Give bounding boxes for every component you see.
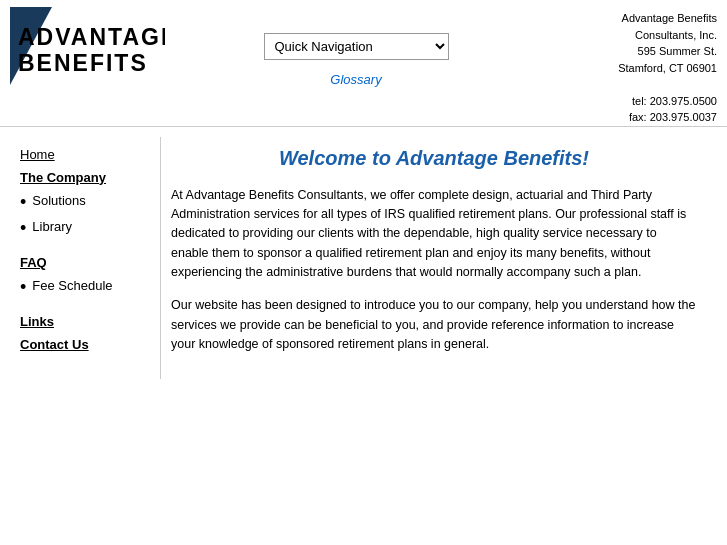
- bullet-icon-library: •: [20, 219, 26, 237]
- sidebar-item-library[interactable]: Library: [32, 219, 72, 234]
- sidebar-group-solutions: • Solutions: [20, 193, 145, 211]
- company-city-state: Stamford, CT 06901: [618, 62, 717, 74]
- company-name-line1: Advantage Benefits: [622, 12, 717, 24]
- welcome-heading: Welcome to Advantage Benefits!: [171, 147, 697, 170]
- sidebar-bullet-solutions: • Solutions: [20, 193, 145, 211]
- logo-line1-text: ADVANTAGE: [18, 24, 165, 50]
- sidebar-group-links: Links: [20, 314, 145, 329]
- sidebar-bullet-library: • Library: [20, 219, 145, 237]
- main-container: Home The Company • Solutions • Library F…: [0, 127, 727, 389]
- logo-area: ADVANTAGE BENEFITS: [10, 8, 180, 83]
- tel-label: tel:: [632, 95, 647, 107]
- quick-nav-dropdown[interactable]: Quick Navigation Home The Company Soluti…: [264, 33, 449, 60]
- tel-number: 203.975.0500: [650, 95, 717, 107]
- content-paragraph-1: At Advantage Benefits Consultants, we of…: [171, 186, 697, 283]
- sidebar-group-library: • Library: [20, 219, 145, 237]
- sidebar-item-home[interactable]: Home: [20, 147, 145, 162]
- sidebar-group-contact: Contact Us: [20, 337, 145, 352]
- sidebar-item-fee-schedule[interactable]: Fee Schedule: [32, 278, 112, 293]
- sidebar-spacer-2: [20, 304, 145, 314]
- sidebar-item-solutions[interactable]: Solutions: [32, 193, 85, 208]
- bullet-icon-fee: •: [20, 278, 26, 296]
- sidebar-item-the-company[interactable]: The Company: [20, 170, 145, 185]
- logo-svg: ADVANTAGE BENEFITS: [10, 7, 165, 85]
- fax-number: 203.975.0037: [650, 111, 717, 123]
- company-name-line2: Consultants, Inc.: [635, 29, 717, 41]
- glossary-link[interactable]: Glossary: [330, 72, 381, 87]
- sidebar-group-home: Home: [20, 147, 145, 162]
- content-paragraph-2: Our website has been designed to introdu…: [171, 296, 697, 354]
- sidebar-bullet-fee: • Fee Schedule: [20, 278, 145, 296]
- fax-label: fax:: [629, 111, 647, 123]
- logo-line2-text: BENEFITS: [18, 50, 148, 76]
- nav-center: Quick Navigation Home The Company Soluti…: [180, 8, 532, 87]
- sidebar-spacer-1: [20, 245, 145, 255]
- company-info: Advantage Benefits Consultants, Inc. 595…: [532, 8, 717, 126]
- logo-graphic: ADVANTAGE BENEFITS: [10, 8, 165, 83]
- sidebar-group-fee: • Fee Schedule: [20, 278, 145, 296]
- bullet-icon-solutions: •: [20, 193, 26, 211]
- header: ADVANTAGE BENEFITS Quick Navigation Home…: [0, 0, 727, 127]
- sidebar-group-faq: FAQ: [20, 255, 145, 270]
- sidebar-item-faq[interactable]: FAQ: [20, 255, 145, 270]
- sidebar-item-links[interactable]: Links: [20, 314, 145, 329]
- company-address: 595 Summer St.: [638, 45, 717, 57]
- sidebar: Home The Company • Solutions • Library F…: [0, 137, 160, 379]
- sidebar-item-contact-us[interactable]: Contact Us: [20, 337, 145, 352]
- sidebar-group-company: The Company: [20, 170, 145, 185]
- content-area: Welcome to Advantage Benefits! At Advant…: [160, 137, 727, 379]
